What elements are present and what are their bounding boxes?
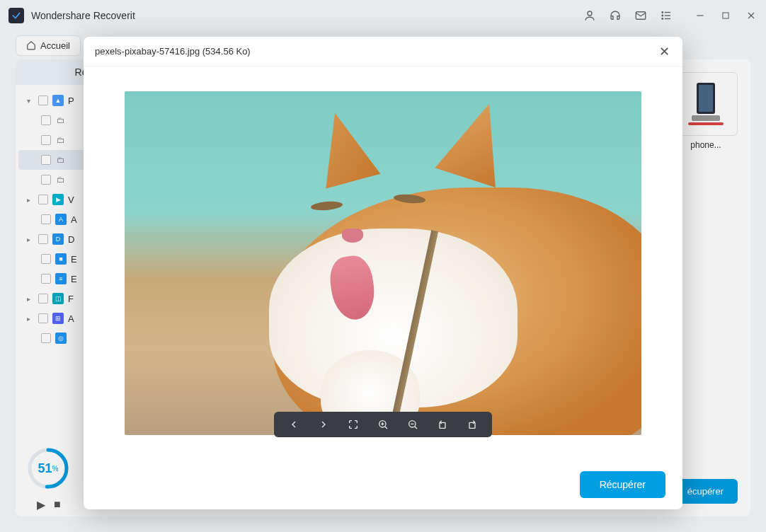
fullscreen-icon[interactable] bbox=[346, 417, 360, 432]
svg-rect-22 bbox=[469, 422, 475, 428]
close-icon[interactable]: ✕ bbox=[657, 45, 671, 59]
rotate-right-icon[interactable] bbox=[465, 417, 479, 432]
svg-rect-21 bbox=[440, 422, 445, 428]
rotate-left-icon[interactable] bbox=[435, 417, 450, 432]
zoom-out-icon[interactable] bbox=[406, 417, 420, 432]
next-icon[interactable] bbox=[316, 417, 331, 432]
modal-body bbox=[84, 66, 682, 460]
zoom-in-icon[interactable] bbox=[376, 417, 390, 432]
svg-line-15 bbox=[385, 427, 387, 429]
prev-icon[interactable] bbox=[287, 417, 301, 432]
modal-footer: Récupérer bbox=[84, 460, 682, 509]
modal-title: pexels-pixabay-57416.jpg (534.56 Ko) bbox=[95, 46, 657, 57]
preview-toolbar bbox=[274, 412, 492, 437]
preview-image bbox=[125, 91, 641, 435]
modal-backdrop: pexels-pixabay-57416.jpg (534.56 Ko) ✕ bbox=[0, 0, 766, 532]
svg-line-19 bbox=[415, 427, 417, 429]
recover-button[interactable]: Récupérer bbox=[580, 471, 665, 498]
modal-header: pexels-pixabay-57416.jpg (534.56 Ko) ✕ bbox=[84, 37, 682, 66]
preview-modal: pexels-pixabay-57416.jpg (534.56 Ko) ✕ bbox=[84, 37, 682, 509]
